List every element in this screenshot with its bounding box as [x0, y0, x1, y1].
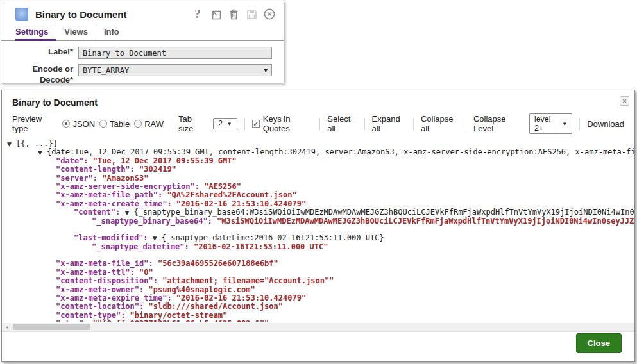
json-value: "W3siSWQiOiIwMDEzMDAwMDAwMEJGZ3hBQUciLCJ… — [217, 217, 634, 226]
json-line: ▼[{, ...}] — [2, 140, 634, 148]
encode-decode-field-row: Encode orDecode* BYTE_ARRAY ▼ — [1, 64, 284, 86]
json-key: "content-location": — [56, 302, 149, 311]
radio-label: JSON — [72, 119, 95, 129]
encode-decode-select-value: BYTE_ARRAY — [83, 66, 129, 75]
collapse-level-label: Collapse Level — [473, 114, 522, 133]
collapse-toggle-icon[interactable]: ▼ — [7, 141, 12, 147]
tab-settings[interactable]: Settings — [15, 25, 56, 41]
json-text: {date:Tue, 12 Dec 2017 09:55:39 GMT, con… — [47, 147, 634, 156]
delete-icon[interactable] — [227, 8, 240, 21]
json-value: "56c39a4695526e607188e6bf" — [158, 259, 278, 268]
close-icon[interactable] — [263, 8, 276, 21]
json-key: "content-length": — [56, 165, 139, 174]
toolbar-separator — [466, 118, 466, 130]
json-line: "_snaptype_binary_base64": "W3siSWQiOiIw… — [2, 217, 634, 226]
collapse-toggle-icon[interactable]: ▼ — [124, 210, 129, 216]
json-key: "date": — [56, 156, 93, 165]
json-text: [{, ...}] — [16, 140, 58, 148]
json-line: "x-amz-meta-ttl": "0" — [2, 269, 634, 277]
preview-type-radio-raw[interactable]: RAW — [134, 119, 164, 129]
json-line: "content-length": "302419" — [2, 165, 634, 174]
json-value: "2016-02-16T21:53:11.000 UTC" — [194, 242, 328, 251]
toolbar-separator — [579, 118, 580, 130]
save-icon[interactable] — [245, 8, 258, 21]
download-button[interactable]: Download — [587, 119, 624, 129]
json-value: "0" — [139, 268, 153, 277]
collapse-toggle-icon[interactable]: ▼ — [153, 235, 157, 242]
toolbar-separator — [319, 118, 320, 130]
json-line: "server": "AmazonS3" — [2, 174, 634, 183]
json-key: "etag": — [56, 319, 93, 322]
popout-icon[interactable] — [209, 8, 222, 21]
tab-size-label: Tab size — [178, 114, 205, 133]
footer-divider — [2, 331, 634, 332]
radio-icon — [62, 120, 70, 128]
toolbar-separator — [171, 118, 171, 130]
preview-type-label: Preview type — [12, 114, 54, 133]
help-icon[interactable]: ? — [191, 8, 204, 21]
json-line: "x-amz-meta-file_path": "QA%2Fshared%2FA… — [2, 191, 634, 199]
snap-dialog-header: Binary to Document ? — [1, 1, 284, 21]
json-text: {_snaptype_datetime:2016-02-16T21:53:11.… — [162, 233, 384, 242]
scroll-left-arrow-icon[interactable]: ◄ — [2, 323, 12, 331]
tab-size-select[interactable]: 2 ▼ — [213, 118, 237, 129]
json-line: "date": "Tue, 12 Dec 2017 09:55:39 GMT" — [2, 157, 634, 165]
json-value: "psung%40snaplogic.com" — [149, 285, 255, 294]
json-line: "etag": ""f8effe08277122b61c86ab5c4f25c8… — [2, 320, 634, 322]
json-key: "content": — [74, 208, 124, 217]
select-all-button[interactable]: Select all — [327, 114, 357, 133]
json-key: "content-disposition": — [56, 276, 162, 285]
preview-type-radio-json[interactable]: JSON — [62, 119, 95, 129]
json-key: "x-amz-meta-owner": — [56, 285, 149, 294]
tab-size-value: 2 — [218, 119, 223, 128]
tab-info[interactable]: Info — [96, 25, 127, 41]
keys-in-quotes-checkbox[interactable]: ✔ — [252, 120, 260, 128]
json-preview-tree: ▼[{, ...}]▼{date:Tue, 12 Dec 2017 09:55:… — [2, 140, 634, 322]
json-line: "_snaptype_datetime": "2016-02-16T21:53:… — [2, 243, 634, 251]
snap-dialog-actions: ? — [191, 8, 276, 21]
json-line: "x-amz-server-side-encryption": "AES256" — [2, 183, 634, 191]
close-button[interactable]: Close — [576, 333, 622, 353]
json-key: "server": — [56, 174, 102, 183]
json-line: "last-modified": ▼{_snaptype_datetime:20… — [2, 234, 634, 242]
json-line: "content-location": "sldb:///shared/Acco… — [2, 302, 634, 311]
horizontal-scrollbar[interactable]: ◄ — [2, 323, 634, 331]
json-key: "x-amz-meta-create_time": — [56, 199, 176, 208]
json-line: "x-amz-meta-create_time": "2016-02-16 21… — [2, 200, 634, 208]
collapse-level-value: level 2+ — [534, 115, 557, 133]
json-line: "content": ▼{_snaptype_binary_base64:W3s… — [2, 208, 634, 217]
expand-all-button[interactable]: Expand all — [372, 114, 406, 133]
collapse-all-button[interactable]: Collapse all — [421, 114, 459, 133]
preview-toolbar: Preview type JSONTableRAW Tab size 2 ▼ ✔… — [2, 108, 634, 136]
json-value: "AES256" — [204, 182, 241, 191]
json-key: "x-amz-meta-expire_time": — [56, 294, 176, 302]
collapse-toggle-icon[interactable]: ▼ — [38, 149, 42, 156]
json-line: "x-amz-meta-file_id": "56c39a4695526e607… — [2, 260, 634, 268]
scrollbar-thumb[interactable] — [13, 324, 90, 330]
encode-decode-select[interactable]: BYTE_ARRAY ▼ — [78, 64, 272, 76]
json-text: {_snaptype_binary_base64:W3siSWQiOiIwMDE… — [133, 208, 634, 217]
tab-views[interactable]: Views — [56, 25, 96, 41]
json-value: "sldb:///shared/Account.json" — [149, 302, 284, 311]
preview-type-radio-group: JSONTableRAW — [58, 119, 164, 129]
label-field-label: Label* — [1, 47, 78, 59]
json-key: "x-amz-server-side-encryption": — [56, 182, 204, 191]
json-line: "content-type": "binary/octet-stream" — [2, 311, 634, 320]
label-input[interactable]: Binary to Document — [78, 47, 272, 59]
json-key: "content-type": — [56, 311, 130, 320]
json-key: "x-amz-meta-file_id": — [56, 259, 158, 268]
preview-dialog: ✕ Binary to Document Preview type JSONTa… — [1, 90, 635, 362]
collapse-level-select[interactable]: level 2+ ▼ — [529, 113, 572, 134]
json-value: "attachment; filename="Account.json"" — [162, 276, 334, 285]
json-blank-line — [2, 251, 634, 260]
keys-in-quotes-label: Keys in Quotes — [263, 114, 312, 133]
json-key: "x-amz-meta-file_path": — [56, 190, 167, 199]
json-key: "x-amz-meta-ttl": — [56, 268, 139, 277]
preview-type-radio-table[interactable]: Table — [99, 119, 130, 129]
page: Binary to Document ? — [0, 0, 637, 364]
json-key: "_snaptype_binary_base64": — [92, 217, 217, 226]
preview-close-icon[interactable]: ✕ — [620, 96, 629, 106]
label-field-row: Label* Binary to Document — [1, 47, 284, 59]
json-value: "2016-02-16 21:53:10.424079" — [176, 294, 306, 302]
json-line: ▼{date:Tue, 12 Dec 2017 09:55:39 GMT, co… — [2, 148, 634, 156]
